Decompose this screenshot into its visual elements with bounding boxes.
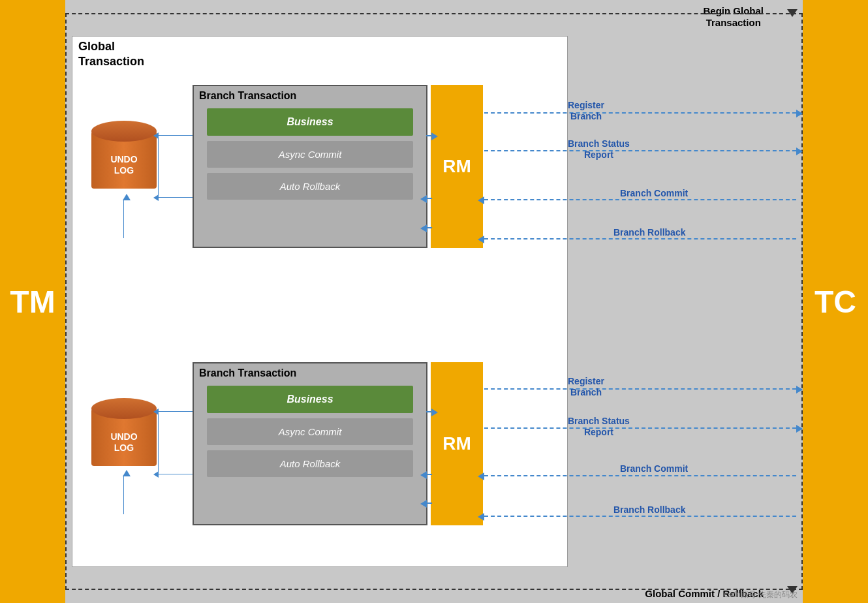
cylinder-top-1: [91, 121, 157, 142]
register-branch-1-arrow: [484, 112, 796, 114]
branch-rollback-1-arrowhead: [478, 236, 484, 243]
cylinder-1: UNDO LOG: [91, 121, 157, 199]
tm-label: TM: [10, 284, 55, 320]
undo-log-2: UNDO LOG: [91, 398, 157, 476]
async-commit-block-2: Async Commit: [207, 418, 413, 445]
register-branch-1-label: Register Branch: [568, 100, 604, 122]
branch-rollback-2-arrow: [484, 516, 796, 517]
tm-column: TM: [0, 0, 65, 603]
branch-commit-2-arrow: [484, 475, 796, 476]
branch-commit-2-label: Branch Commit: [620, 463, 688, 474]
watermark: csdn账号:先秦的码农: [724, 589, 798, 600]
v-line-undo-2: [158, 411, 159, 474]
biz-to-undo-h-1: [159, 135, 193, 136]
rm-block-1: RM: [431, 85, 483, 248]
biz-to-rm-1: [426, 135, 431, 136]
register-branch-2-label: Register Branch: [568, 376, 604, 398]
biz-to-undo-h-2: [159, 411, 193, 412]
branch-commit-1-arrow: [484, 199, 796, 200]
v-line-undo-1: [158, 135, 159, 198]
rm-to-rollback-2-head: [420, 500, 427, 508]
business-block-1: Business: [207, 108, 413, 136]
branch-title-2: Branch Transaction: [194, 363, 426, 383]
cylinder-label-2: UNDO LOG: [110, 431, 137, 454]
biz-to-rm-2: [426, 411, 431, 412]
rm-label-2: RM: [442, 433, 471, 454]
undo-log-1: UNDO LOG: [91, 121, 157, 199]
rm-to-rollback-1-head: [420, 224, 427, 232]
branch-status-report-1-arrow: [484, 150, 796, 151]
auto-rollback-block-2: Auto Rollback: [207, 450, 413, 477]
up-line-undo-1: [123, 199, 124, 238]
main-container: TM TC Begin Global Transaction Global Tr…: [0, 0, 868, 603]
register-branch-1-arrowhead: [796, 110, 803, 117]
global-title-line2: Transaction: [78, 54, 144, 69]
rm-to-async-1-head: [420, 195, 427, 203]
branch-commit-1-label: Branch Commit: [620, 188, 688, 198]
tc-label: TC: [814, 284, 856, 320]
branch-rollback-2-label: Branch Rollback: [613, 504, 685, 515]
async-to-undo-h-2: [159, 474, 193, 474]
branch-commit-1-arrowhead: [478, 196, 484, 204]
cylinder-label-1: UNDO LOG: [110, 154, 137, 176]
async-to-undo-h-1: [159, 197, 193, 198]
auto-rollback-block-1: Auto Rollback: [207, 173, 413, 200]
branch-status-report-2-arrowhead: [796, 425, 803, 433]
branch-title-1: Branch Transaction: [194, 86, 426, 106]
branch-status-report-2-arrow: [484, 427, 796, 429]
branch-status-report-2-label: Branch Status Report: [568, 416, 630, 438]
business-block-2: Business: [207, 386, 413, 413]
branch-transaction-2: Branch Transaction Business Async Commit…: [193, 362, 427, 525]
up-line-undo-2: [123, 475, 124, 514]
branch-rollback-2-arrowhead: [478, 513, 484, 521]
rm-to-async-1: [427, 198, 432, 199]
branch-commit-2-arrowhead: [478, 472, 484, 480]
rm-to-async-2-head: [420, 471, 427, 479]
register-branch-2-arrow: [484, 388, 796, 390]
register-branch-2-arrowhead: [796, 386, 803, 394]
tc-column: TC: [803, 0, 868, 603]
biz-to-rm-1-head: [431, 132, 438, 140]
cylinder-2: UNDO LOG: [91, 398, 157, 476]
rm-to-rollback-2: [427, 502, 432, 504]
rm-to-rollback-1: [427, 227, 432, 228]
rm-label-1: RM: [442, 156, 471, 177]
global-title-line1: Global: [78, 39, 144, 54]
branch-status-report-1-arrowhead: [796, 147, 803, 155]
global-transaction-title: Global Transaction: [78, 39, 144, 70]
branch-rollback-1-label: Branch Rollback: [613, 227, 685, 238]
cylinder-top-2: [91, 398, 157, 419]
branch-transaction-1: Branch Transaction Business Async Commit…: [193, 85, 427, 248]
async-commit-block-1: Async Commit: [207, 141, 413, 168]
biz-to-rm-2-head: [431, 409, 438, 416]
branch-rollback-1-arrow: [484, 238, 796, 240]
branch-status-report-1-label: Branch Status Report: [568, 138, 630, 161]
rm-block-2: RM: [431, 362, 483, 525]
rm-to-async-2: [427, 474, 432, 475]
